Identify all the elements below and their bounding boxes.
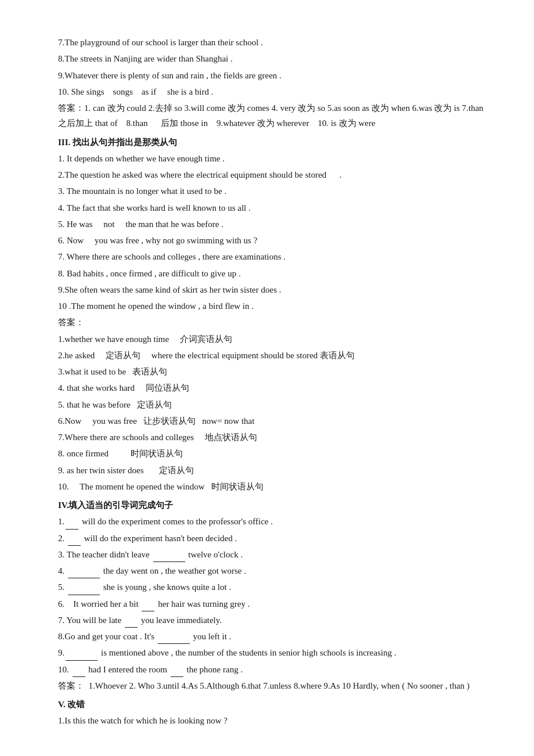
s4-line-3: 3. The teacher didn't leave twelve o'clo… (58, 547, 488, 562)
s5-line-1: 1.Is this the watch for which he is look… (58, 713, 488, 728)
s4-line-10: 10. had I entered the room the phone ran… (58, 662, 488, 677)
s4-line-2: 2. will do the experiment hasn't been de… (58, 531, 488, 546)
s3-ans-6: 6.Now you was free 让步状语从句 now= now that (58, 413, 488, 429)
s4-line-6: 6. It worried her a bit her hair was tur… (58, 596, 488, 611)
s3-ans-2: 2.he asked 定语从句 where the electrical equ… (58, 348, 488, 363)
s3-line-10: 10 .The moment he opened the window , a … (58, 298, 488, 314)
line-2: 8.The streets in Nanjing are wider than … (58, 51, 488, 66)
s3-line-7: 7. Where there are schools and colleges … (58, 249, 488, 264)
s4-line-1: 1. will do the experiment comes to the p… (58, 514, 488, 529)
s3-ans-4: 4. that she works hard 同位语从句 (58, 380, 488, 395)
s4-line-5: 5. she is young , she knows quite a lot … (58, 579, 488, 595)
s3-line-6: 6. Now you was free , why not go swimmin… (58, 233, 488, 248)
s3-line-2: 2.The question he asked was where the el… (58, 167, 488, 182)
section-3-title: III. 找出从句并指出是那类从句 (58, 135, 488, 150)
s3-line-8: 8. Bad habits , once firmed , are diffic… (58, 266, 488, 281)
section-5-title: V. 改错 (58, 697, 488, 712)
s4-answer: 答案： 1.Whoever 2. Who 3.until 4.As 5.Alth… (58, 678, 488, 693)
s4-line-7: 7. You will be late you leave immediatel… (58, 613, 488, 628)
s3-ans-3: 3.what it used to be 表语从句 (58, 364, 488, 379)
s3-ans-9: 9. as her twin sister does 定语从句 (58, 463, 488, 478)
s3-ans-7: 7.Where there are schools and colleges 地… (58, 430, 488, 445)
line-5-answer: 答案：1. can 改为 could 2.去掉 so 3.will come 改… (58, 100, 488, 131)
s3-line-9: 9.She often wears the same kind of skirt… (58, 282, 488, 297)
section-4-title: IV.填入适当的引导词完成句子 (58, 498, 488, 513)
s3-answer-label: 答案： (58, 315, 488, 330)
s3-ans-1: 1.whether we have enough time 介词宾语从句 (58, 332, 488, 347)
s3-line-4: 4. The fact that she works hard is well … (58, 200, 488, 215)
s4-line-8: 8.Go and get your coat . It's you left i… (58, 629, 488, 644)
main-content: 7.The playground of our school is larger… (58, 35, 488, 729)
line-1: 7.The playground of our school is larger… (58, 35, 488, 50)
s3-ans-10: 10. The moment he opened the window 时间状语… (58, 479, 488, 494)
s3-ans-5: 5. that he was before 定语从句 (58, 397, 488, 412)
s4-line-4: 4. the day went on , the weather got wor… (58, 563, 488, 578)
s3-line-5: 5. He was not the man that he was before… (58, 217, 488, 232)
s3-line-3: 3. The mountain is no longer what it use… (58, 183, 488, 199)
line-4: 10. She sings songs as if she is a bird … (58, 84, 488, 99)
line-3: 9.Whatever there is plenty of sun and ra… (58, 68, 488, 83)
s3-line-1: 1. It depends on whether we have enough … (58, 151, 488, 166)
s3-ans-8: 8. once firmed 时间状语从句 (58, 446, 488, 461)
s4-line-9: 9. is mentioned above , the number of th… (58, 645, 488, 660)
